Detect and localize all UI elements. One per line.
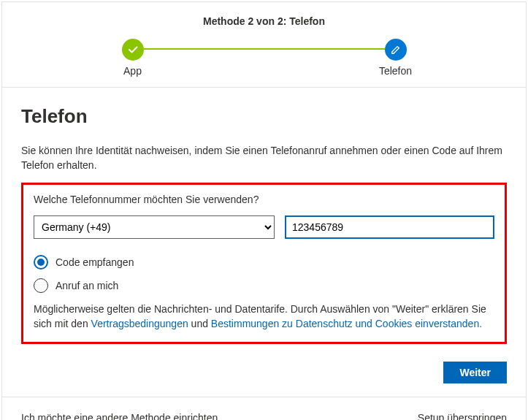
- button-row: Weiter: [2, 351, 526, 397]
- next-button[interactable]: Weiter: [443, 362, 507, 383]
- country-code-select[interactable]: Germany (+49): [34, 215, 275, 239]
- legal-mid: und: [188, 318, 211, 329]
- option-receive-code-label: Code empfangen: [56, 256, 134, 268]
- intro-text: Sie können Ihre Identität nachweisen, in…: [21, 144, 507, 172]
- step-phone-label: Telefon: [379, 65, 412, 77]
- radio-selected-icon: [34, 255, 48, 270]
- wizard-footer: Ich möchte eine andere Methode einrichte…: [2, 397, 526, 420]
- radio-unselected-icon: [34, 278, 48, 293]
- checkmark-icon: [122, 39, 144, 61]
- legal-text: Möglicherweise gelten die Nachrichten- u…: [34, 302, 494, 332]
- option-call-me-label: Anruf an mich: [56, 280, 118, 291]
- skip-setup-link[interactable]: Setup überspringen: [418, 412, 507, 420]
- option-receive-code[interactable]: Code empfangen: [34, 255, 494, 270]
- phone-setup-highlight: Welche Telefonnummer möchten Sie verwend…: [21, 183, 507, 344]
- phone-number-input[interactable]: [285, 215, 494, 239]
- option-call-me[interactable]: Anruf an mich: [34, 278, 494, 293]
- wizard-header: Methode 2 von 2: Telefon App Telefon: [2, 2, 526, 88]
- alternate-method-link[interactable]: Ich möchte eine andere Methode einrichte…: [21, 412, 221, 420]
- terms-link[interactable]: Vertragsbedingungen: [91, 318, 188, 329]
- phone-question: Welche Telefonnummer möchten Sie verwend…: [34, 194, 494, 205]
- phone-input-row: Germany (+49): [34, 215, 494, 239]
- page-title: Telefon: [21, 105, 507, 128]
- step-app: App: [107, 39, 158, 77]
- step-app-label: App: [123, 65, 142, 77]
- step-connector: [144, 48, 385, 50]
- privacy-link[interactable]: Bestimmungen zu Datenschutz und Cookies …: [211, 318, 482, 329]
- step-phone: Telefon: [370, 39, 421, 77]
- pencil-icon: [385, 39, 407, 61]
- wizard-body: Telefon Sie können Ihre Identität nachwe…: [2, 88, 526, 351]
- wizard-steps: App Telefon: [107, 39, 421, 77]
- setup-wizard: Methode 2 von 2: Telefon App Telefon Tel…: [1, 1, 527, 420]
- wizard-step-title: Methode 2 von 2: Telefon: [17, 15, 511, 27]
